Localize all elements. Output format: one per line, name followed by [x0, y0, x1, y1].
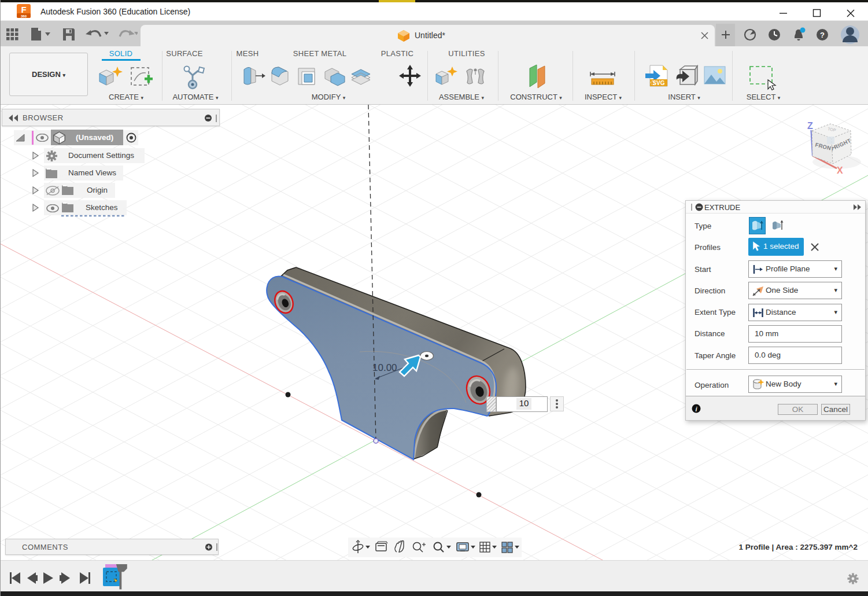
- svg-text:X: X: [837, 165, 843, 175]
- svg-text:10.00: 10.00: [372, 362, 397, 373]
- svg-text:360: 360: [21, 14, 27, 18]
- svg-text:Z: Z: [807, 121, 813, 131]
- svg-text:F: F: [21, 5, 26, 14]
- svg-text:SVG: SVG: [652, 80, 664, 86]
- svg-text:?: ?: [820, 31, 825, 39]
